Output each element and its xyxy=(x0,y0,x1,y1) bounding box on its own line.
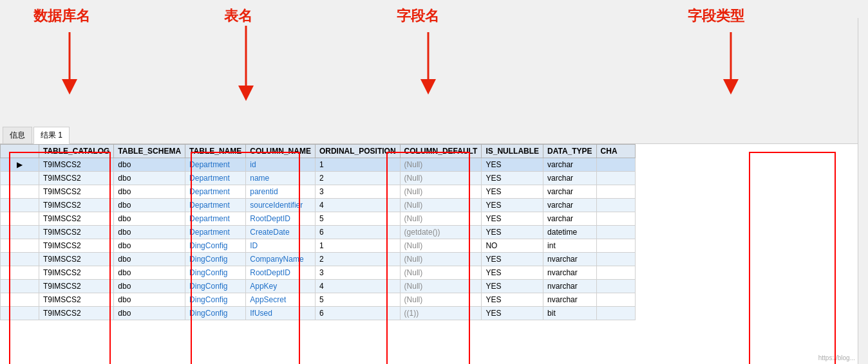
table-cell xyxy=(596,199,635,212)
table-cell: 1 xyxy=(315,158,400,172)
annotation-col-label: 字段名 xyxy=(397,6,439,26)
table-cell: dbo xyxy=(114,307,185,320)
table-cell: T9IMSCS2 xyxy=(39,212,114,226)
table-cell: 6 xyxy=(315,226,400,239)
table-cell: ID xyxy=(246,239,316,253)
table-cell: (Null) xyxy=(400,293,482,307)
arrow-db xyxy=(57,32,82,96)
tab-result[interactable]: 结果 1 xyxy=(33,127,70,144)
table-cell: T9IMSCS2 xyxy=(39,185,114,199)
table-cell: T9IMSCS2 xyxy=(39,280,114,293)
table-cell: YES xyxy=(482,280,543,293)
table-cell xyxy=(596,172,635,185)
row-indicator xyxy=(1,199,39,212)
table-cell: id xyxy=(246,158,316,172)
table-cell: dbo xyxy=(114,239,185,253)
table-cell: 6 xyxy=(315,307,400,320)
table-cell: DingConfig xyxy=(185,293,246,307)
table-cell: 5 xyxy=(315,212,400,226)
table-container[interactable]: TABLE_CATALOG TABLE_SCHEMA TABLE_NAME CO… xyxy=(0,144,868,364)
table-cell: int xyxy=(543,239,597,253)
table-cell: T9IMSCS2 xyxy=(39,253,114,266)
table-cell xyxy=(596,307,635,320)
table-cell: RootDeptID xyxy=(246,212,316,226)
table-cell: dbo xyxy=(114,185,185,199)
table-cell: T9IMSCS2 xyxy=(39,293,114,307)
table-cell: (Null) xyxy=(400,158,482,172)
table-cell: Department xyxy=(185,212,246,226)
table-cell: 4 xyxy=(315,280,400,293)
table-cell: (Null) xyxy=(400,266,482,280)
table-cell: (Null) xyxy=(400,239,482,253)
col-header-name: TABLE_NAME xyxy=(185,145,246,158)
col-header-schema: TABLE_SCHEMA xyxy=(114,145,185,158)
table-cell xyxy=(596,226,635,239)
arrow-type xyxy=(718,32,744,96)
table-cell: T9IMSCS2 xyxy=(39,172,114,185)
table-cell xyxy=(596,280,635,293)
table-cell: NO xyxy=(482,239,543,253)
annotation-table-label: 表名 xyxy=(224,6,252,26)
table-cell: DingConfig xyxy=(185,253,246,266)
tab-info[interactable]: 信息 xyxy=(3,127,32,143)
table-cell: varchar xyxy=(543,199,597,212)
table-cell: parentid xyxy=(246,185,316,199)
row-indicator xyxy=(1,239,39,253)
table-cell: dbo xyxy=(114,293,185,307)
col-header-catalog: TABLE_CATALOG xyxy=(39,145,114,158)
table-cell: DingConfig xyxy=(185,307,246,320)
table-cell: nvarchar xyxy=(543,280,597,293)
table-cell xyxy=(596,185,635,199)
table-cell: dbo xyxy=(114,158,185,172)
table-cell: AppKey xyxy=(246,280,316,293)
table-cell: 3 xyxy=(315,185,400,199)
table-cell: varchar xyxy=(543,185,597,199)
table-cell: T9IMSCS2 xyxy=(39,266,114,280)
col-header-default: COLUMN_DEFAULT xyxy=(400,145,482,158)
table-cell xyxy=(596,212,635,226)
table-cell: (Null) xyxy=(400,280,482,293)
table-cell: ((1)) xyxy=(400,307,482,320)
table-cell: Department xyxy=(185,185,246,199)
table-cell xyxy=(596,239,635,253)
row-indicator xyxy=(1,226,39,239)
table-cell: dbo xyxy=(114,199,185,212)
col-header-colname: COLUMN_NAME xyxy=(246,145,316,158)
row-indicator xyxy=(1,293,39,307)
table-cell: (Null) xyxy=(400,253,482,266)
table-cell: DingConfig xyxy=(185,239,246,253)
table-cell: YES xyxy=(482,253,543,266)
table-cell: IfUsed xyxy=(246,307,316,320)
table-cell: CompanyName xyxy=(246,253,316,266)
table-cell: 4 xyxy=(315,199,400,212)
table-cell: YES xyxy=(482,199,543,212)
main-content: 信息 结果 1 TABLE_CATALOG TABLE_SCHEMA TABLE… xyxy=(0,126,868,364)
scrollbar[interactable] xyxy=(858,18,868,364)
table-cell: bit xyxy=(543,307,597,320)
table-cell: YES xyxy=(482,307,543,320)
table-cell: YES xyxy=(482,293,543,307)
col-indicator xyxy=(1,145,39,158)
table-cell: 2 xyxy=(315,253,400,266)
table-cell: YES xyxy=(482,185,543,199)
table-cell: YES xyxy=(482,212,543,226)
table-cell: T9IMSCS2 xyxy=(39,226,114,239)
table-cell: dbo xyxy=(114,266,185,280)
table-cell: 1 xyxy=(315,239,400,253)
row-indicator xyxy=(1,280,39,293)
annotation-db-label: 数据库名 xyxy=(33,6,90,26)
col-header-nullable: IS_NULLABLE xyxy=(482,145,543,158)
table-cell: Department xyxy=(185,158,246,172)
table-cell: AppSecret xyxy=(246,293,316,307)
col-header-ordinal: ORDINAL_POSITION xyxy=(315,145,400,158)
table-cell: dbo xyxy=(114,253,185,266)
col-header-datatype: DATA_TYPE xyxy=(543,145,597,158)
table-cell: datetime xyxy=(543,226,597,239)
table-cell: sourceIdentifier xyxy=(246,199,316,212)
table-cell: 3 xyxy=(315,266,400,280)
table-cell: varchar xyxy=(543,212,597,226)
table-cell xyxy=(596,266,635,280)
table-cell xyxy=(596,293,635,307)
table-cell: DingConfig xyxy=(185,280,246,293)
tab-bar: 信息 结果 1 xyxy=(0,126,868,144)
